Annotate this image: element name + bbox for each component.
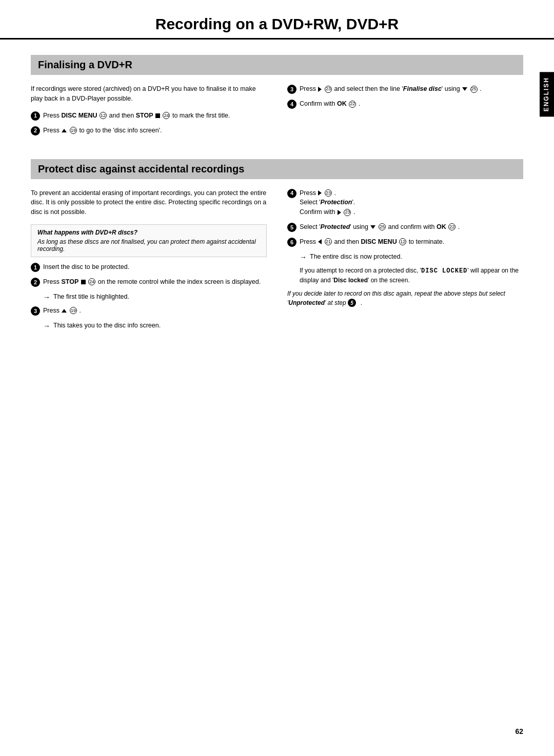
circled-23b: 23 <box>325 189 332 197</box>
step-num-3: 3 <box>287 85 296 94</box>
step2-content: Press 19 to go to the 'disc info screen'… <box>43 126 267 135</box>
page-title: Recording on a DVD+RW, DVD+R <box>31 15 523 33</box>
triangle-right-icon-3 <box>338 210 341 215</box>
section1-step3: 3 Press 23 and select then the line 'Fin… <box>287 84 523 94</box>
protect-step4: 4 Press 23 . Select 'Protection'. Confir… <box>287 188 523 217</box>
disc-locked-note: If you attempt to record on a protected … <box>300 266 523 285</box>
step3-content: Press 23 and select then the line 'Final… <box>300 84 523 94</box>
step-num-2: 2 <box>31 126 40 135</box>
protect-step-num-2: 2 <box>31 278 40 287</box>
step1-content: Press DISC MENU 12 and then STOP 24 to m… <box>43 111 267 121</box>
section1-right: 3 Press 23 and select then the line 'Fin… <box>287 84 523 141</box>
protect-step3-arrow-text: This takes you to the disc info screen. <box>53 321 161 331</box>
step-num-4: 4 <box>287 100 296 109</box>
circled-22: 22 <box>349 101 356 108</box>
section-finalising: Finalising a DVD+R If recordings were st… <box>31 55 523 141</box>
protect-step2: 2 Press STOP 24 on the remote control wh… <box>31 277 267 287</box>
page-title-area: Recording on a DVD+RW, DVD+R <box>0 0 554 40</box>
protect-step5-content: Select 'Protected' using 25 and confirm … <box>300 222 523 232</box>
step-num-1: 1 <box>31 111 40 121</box>
arrow-icon-2: → <box>43 321 50 332</box>
circled-23c: 23 <box>344 209 351 216</box>
stop-icon-2 <box>81 280 86 284</box>
circled-19b: 19 <box>70 307 77 314</box>
protect-step6-arrow: → The entire disc is now protected. <box>300 252 523 263</box>
mono-display-text: DISC LOCKED <box>421 267 467 275</box>
protect-step3-content: Press 19 . <box>43 306 267 316</box>
triangle-up-icon-2 <box>62 309 67 313</box>
arrow-icon-3: → <box>300 252 307 263</box>
section2-columns: To prevent an accidental erasing of impo… <box>31 188 523 335</box>
circled-22b: 22 <box>448 223 456 230</box>
note-body: As long as these discs are not finalised… <box>37 238 260 253</box>
section1-step2: 2 Press 19 to go to the 'disc info scree… <box>31 126 267 135</box>
circled-12b: 12 <box>399 238 406 245</box>
section2-intro: To prevent an accidental erasing of impo… <box>31 188 267 217</box>
circled-25b: 25 <box>379 223 386 230</box>
section2-left: To prevent an accidental erasing of impo… <box>31 188 267 335</box>
protect-step1: 1 Insert the disc to be protected. <box>31 262 267 272</box>
protect-step1-content: Insert the disc to be protected. <box>43 262 267 272</box>
note-box: What happens with DVD+R discs? As long a… <box>31 224 267 257</box>
circled-24: 24 <box>163 112 170 119</box>
protect-step6: 6 Press 21 and then DISC MENU 12 to term… <box>287 237 523 247</box>
protect-step5: 5 Select 'Protected' using 25 and confir… <box>287 222 523 232</box>
protect-step6-arrow-text: The entire disc is now protected. <box>310 252 402 262</box>
circled-21: 21 <box>325 238 332 245</box>
protect-step4-content: Press 23 . Select 'Protection'. Confirm … <box>300 188 523 217</box>
step4-content: Confirm with OK 22 . <box>300 99 523 109</box>
section1-intro: If recordings were stored (archived) on … <box>31 84 267 104</box>
section-protect: Protect disc against accidental recordin… <box>31 159 523 335</box>
section1-columns: If recordings were stored (archived) on … <box>31 84 523 141</box>
protect-step3-arrow: → This takes you to the disc info screen… <box>43 321 267 332</box>
protect-step-num-4: 4 <box>287 189 296 198</box>
circled-24b: 24 <box>88 278 95 285</box>
section1-step1: 1 Press DISC MENU 12 and then STOP 24 to… <box>31 111 267 121</box>
protect-step-num-5: 5 <box>287 223 296 232</box>
step-num-5-ref: 5 <box>348 299 356 307</box>
section1-header: Finalising a DVD+R <box>31 55 523 75</box>
triangle-right-icon <box>318 87 322 92</box>
section2-header: Protect disc against accidental recordin… <box>31 159 523 179</box>
circled-12: 12 <box>100 112 107 119</box>
triangle-down-icon-2 <box>370 225 375 229</box>
triangle-down-icon <box>462 87 467 91</box>
page-number: 62 <box>515 727 523 735</box>
circled-23: 23 <box>325 86 332 93</box>
circled-25: 25 <box>470 86 478 93</box>
stop-icon <box>155 113 160 118</box>
protect-step3: 3 Press 19 . <box>31 306 267 316</box>
section1-step4: 4 Confirm with OK 22 . <box>287 99 523 109</box>
section2-right: 4 Press 23 . Select 'Protection'. Confir… <box>287 188 523 335</box>
section1-left: If recordings were stored (archived) on … <box>31 84 267 141</box>
section1-title: Finalising a DVD+R <box>38 59 516 71</box>
triangle-up-icon <box>62 129 67 132</box>
protect-step2-content: Press STOP 24 on the remote control whil… <box>43 277 267 287</box>
page-container: ENGLISH Recording on a DVD+RW, DVD+R Fin… <box>0 0 554 756</box>
protect-step6-content: Press 21 and then DISC MENU 12 to termin… <box>300 237 523 247</box>
protect-step2-arrow-text: The first title is highlighted. <box>53 292 129 302</box>
note-title: What happens with DVD+R discs? <box>37 229 260 236</box>
protect-step2-arrow: → The first title is highlighted. <box>43 292 267 303</box>
protect-step-num-6: 6 <box>287 238 296 247</box>
protect-step-num-3: 3 <box>31 306 40 316</box>
section2-title: Protect disc against accidental recordin… <box>38 163 516 175</box>
main-content: Finalising a DVD+R If recordings were st… <box>0 55 554 335</box>
triangle-left-icon <box>318 239 322 244</box>
triangle-right-icon-2 <box>318 190 322 196</box>
italic-note: If you decide later to record on this di… <box>287 289 523 307</box>
protect-step-num-1: 1 <box>31 263 40 272</box>
circled-19: 19 <box>70 127 77 134</box>
sidebar-tab: ENGLISH <box>540 72 554 117</box>
arrow-icon: → <box>43 292 50 303</box>
